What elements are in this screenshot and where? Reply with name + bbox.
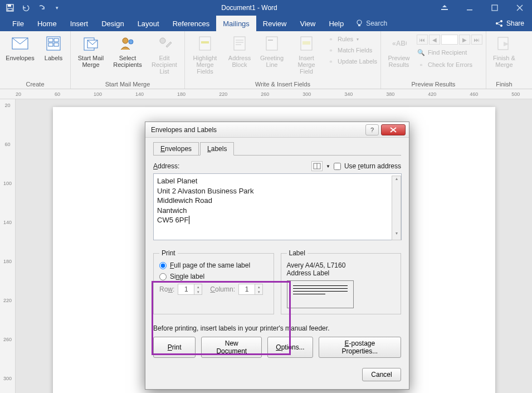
- group-label: Preview Results: [412, 80, 456, 89]
- record-navigation: ⏮ ◀ ▶ ⏭: [417, 35, 482, 45]
- svg-point-9: [496, 22, 498, 25]
- svg-rect-28: [266, 37, 277, 50]
- qat-customize-icon[interactable]: ▾: [49, 0, 65, 16]
- labels-button[interactable]: Labels: [40, 33, 67, 61]
- dialog-titlebar[interactable]: Envelopes and Labels ?: [145, 122, 409, 138]
- ribbon-tabs: File Home Insert Design Layout Reference…: [0, 16, 532, 31]
- tell-me-label: Search: [366, 20, 387, 27]
- redo-icon[interactable]: [33, 0, 49, 16]
- epostage-button[interactable]: E-postage Properties...: [319, 337, 401, 358]
- address-textarea[interactable]: Label PlanetUnit 2 Alvaston Business Par…: [153, 173, 402, 240]
- svg-rect-2: [8, 8, 12, 11]
- tab-file[interactable]: File: [6, 16, 31, 31]
- labels-icon: [45, 35, 62, 52]
- before-print-text: Before printing, insert labels in your p…: [153, 324, 401, 332]
- tab-home[interactable]: Home: [31, 16, 64, 31]
- cancel-button[interactable]: Cancel: [362, 368, 401, 381]
- label-legend: Label: [287, 249, 308, 257]
- tab-review[interactable]: Review: [256, 16, 294, 31]
- use-return-address-checkbox[interactable]: [334, 163, 341, 170]
- svg-point-10: [500, 25, 502, 27]
- envelopes-button[interactable]: Envelopes: [3, 33, 37, 61]
- envelope-icon: [11, 35, 29, 52]
- row-spinner: ▴▾: [178, 284, 202, 295]
- prev-record-icon: ◀: [429, 35, 440, 45]
- next-record-icon: ▶: [459, 35, 470, 45]
- svg-rect-24: [234, 37, 245, 50]
- preview-results-button: «ABC»Preview Results: [384, 33, 413, 68]
- group-label: Start Mail Merge: [105, 80, 150, 89]
- share-button[interactable]: Share: [487, 16, 532, 31]
- check-icon: ▫: [417, 60, 426, 69]
- use-return-label: Use return address: [344, 162, 401, 170]
- dialog-tabs: Envelopes Labels: [153, 142, 401, 156]
- update-icon: ▫: [326, 57, 335, 66]
- last-record-icon: ⏭: [471, 35, 482, 45]
- maximize-icon[interactable]: [482, 0, 507, 16]
- window-title: Document1 - Word: [67, 4, 432, 12]
- save-icon[interactable]: [2, 0, 18, 16]
- options-button[interactable]: Options...: [267, 337, 313, 358]
- address-block-icon: [231, 35, 248, 52]
- select-recipients-button[interactable]: Select Recipients: [111, 33, 144, 68]
- spin-up-icon: ▴: [194, 284, 202, 289]
- highlight-icon: [196, 35, 214, 52]
- greeting-line-button: Greeting Line: [257, 33, 286, 68]
- svg-point-8: [500, 20, 502, 22]
- address-label: Address:: [153, 162, 179, 170]
- label-product: Avery A4/A5, L7160: [287, 261, 396, 269]
- print-button[interactable]: Print: [153, 337, 196, 358]
- greeting-icon: [263, 35, 281, 52]
- label-type: Address Label: [287, 269, 396, 277]
- ribbon-group-write-insert: Highlight Merge Fields Address Block Gre…: [185, 31, 381, 89]
- svg-rect-4: [467, 9, 472, 11]
- check-errors-button: ▫Check for Errors: [417, 60, 482, 69]
- close-icon[interactable]: [507, 0, 532, 16]
- recipients-icon: [119, 35, 136, 52]
- undo-icon[interactable]: [18, 0, 33, 16]
- tab-help[interactable]: Help: [322, 16, 350, 31]
- envelopes-labels-dialog: Envelopes and Labels ? Envelopes Labels …: [145, 122, 409, 390]
- minimize-icon[interactable]: [457, 0, 482, 16]
- tab-references[interactable]: References: [166, 16, 216, 31]
- svg-rect-5: [492, 5, 497, 11]
- single-label-label: Single label: [170, 273, 204, 280]
- tab-labels-dialog[interactable]: Labels: [200, 142, 234, 156]
- svg-rect-12: [47, 37, 60, 50]
- svg-rect-31: [302, 41, 310, 45]
- mailmerge-icon: [82, 35, 100, 52]
- help-icon[interactable]: ?: [365, 124, 379, 135]
- tab-layout[interactable]: Layout: [131, 16, 166, 31]
- tell-me-search[interactable]: Search: [350, 16, 393, 31]
- print-fieldset: Print Full page of the same label Single…: [153, 249, 274, 314]
- column-spinner: ▴▾: [238, 284, 263, 295]
- tab-insert[interactable]: Insert: [64, 16, 95, 31]
- vertical-ruler: 2060100140180220260300340380420460500: [0, 99, 16, 393]
- tab-view[interactable]: View: [293, 16, 322, 31]
- tab-mailings[interactable]: Mailings: [216, 16, 256, 31]
- group-label: Create: [26, 80, 44, 89]
- scrollbar[interactable]: ▴ ▾: [392, 176, 401, 240]
- start-mail-merge-button[interactable]: Start Mail Merge: [74, 33, 108, 68]
- ribbon-options-icon[interactable]: [432, 0, 457, 16]
- dialog-title: Envelopes and Labels: [151, 126, 365, 134]
- svg-point-20: [129, 40, 133, 44]
- title-bar: ▾ Document1 - Word: [0, 0, 532, 16]
- lightbulb-icon: [356, 20, 363, 27]
- new-document-button[interactable]: New Document: [201, 337, 262, 358]
- address-book-icon[interactable]: [311, 161, 323, 171]
- svg-point-21: [160, 38, 165, 43]
- search-icon: 🔍: [417, 48, 426, 57]
- finish-icon: [495, 35, 513, 52]
- tab-envelopes-dialog[interactable]: Envelopes: [153, 142, 199, 155]
- single-label-radio[interactable]: [159, 273, 167, 280]
- close-icon[interactable]: [381, 124, 406, 135]
- insert-field-icon: [297, 35, 315, 52]
- label-fieldset[interactable]: Label Avery A4/A5, L7160 Address Label: [281, 249, 402, 314]
- match-icon: ▫: [326, 46, 335, 55]
- find-recipient-button: 🔍Find Recipient: [417, 48, 482, 57]
- quick-access-toolbar: ▾: [0, 0, 67, 16]
- full-page-radio[interactable]: [159, 262, 167, 269]
- ribbon-group-create: Envelopes Labels Create: [0, 31, 71, 89]
- tab-design[interactable]: Design: [95, 16, 130, 31]
